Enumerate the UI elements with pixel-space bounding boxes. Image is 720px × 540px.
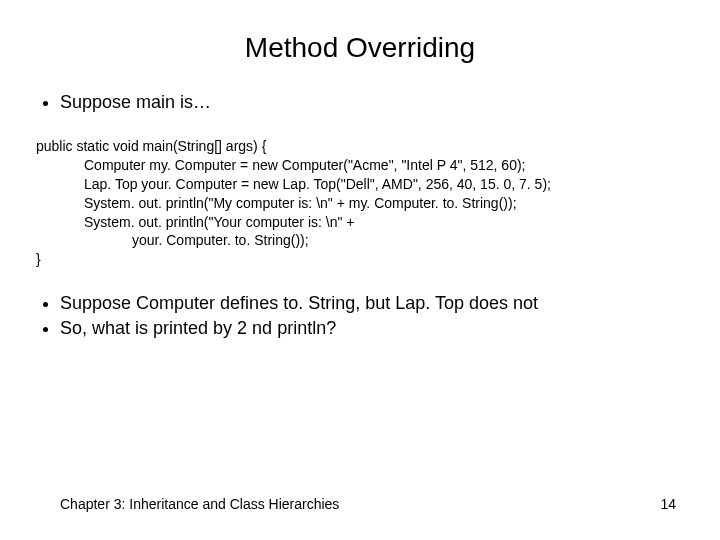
bullet-item: Suppose main is…	[60, 92, 684, 113]
code-line: Computer my. Computer = new Computer("Ac…	[36, 156, 684, 175]
bullet-item: Suppose Computer defines to. String, but…	[60, 293, 684, 314]
bullets-top: Suppose main is…	[36, 92, 684, 113]
code-block: public static void main(String[] args) {…	[36, 137, 684, 269]
code-line: System. out. println("Your computer is: …	[36, 213, 684, 232]
code-line: public static void main(String[] args) {	[36, 137, 684, 156]
code-line: your. Computer. to. String());	[36, 231, 684, 250]
code-line: }	[36, 250, 684, 269]
slide-footer: Chapter 3: Inheritance and Class Hierarc…	[0, 496, 720, 512]
bullet-item: So, what is printed by 2 nd println?	[60, 318, 684, 339]
code-line: System. out. println("My computer is: \n…	[36, 194, 684, 213]
footer-page-number: 14	[660, 496, 676, 512]
bullets-bottom: Suppose Computer defines to. String, but…	[36, 293, 684, 339]
slide-title: Method Overriding	[36, 32, 684, 64]
slide: Method Overriding Suppose main is… publi…	[0, 0, 720, 540]
code-line: Lap. Top your. Computer = new Lap. Top("…	[36, 175, 684, 194]
footer-chapter: Chapter 3: Inheritance and Class Hierarc…	[60, 496, 339, 512]
